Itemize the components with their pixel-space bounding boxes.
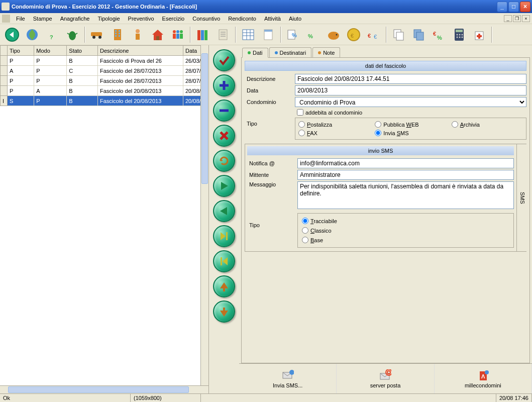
building-icon[interactable] [109, 26, 127, 44]
medical-icon[interactable] [470, 26, 488, 44]
first-button[interactable] [213, 250, 235, 272]
table-row[interactable]: PPBFascicolo del 28/07/201328/07/ [1, 76, 208, 86]
smstipo-tracciabile-radio[interactable] [302, 218, 308, 224]
svg-point-69 [387, 371, 390, 374]
addebita-checkbox[interactable] [297, 109, 303, 116]
smstipo-classico-radio[interactable] [302, 227, 308, 234]
svg-rect-49 [396, 32, 403, 40]
col-tipo[interactable]: Tipo [8, 46, 34, 56]
server-posta-button[interactable]: server posta [337, 364, 434, 393]
svg-text:%: % [437, 35, 442, 41]
svg-text:%: % [292, 32, 297, 38]
calculator-icon[interactable] [450, 26, 468, 44]
tipo-inviasms-radio[interactable] [375, 130, 381, 136]
prev-button[interactable] [213, 200, 235, 222]
menu-preventivo[interactable]: Preventivo [124, 15, 158, 23]
notepad-icon[interactable] [259, 26, 277, 44]
car-icon[interactable] [88, 26, 107, 44]
condominio-select[interactable]: Condominio di Prova [295, 97, 526, 107]
menu-rendiconto[interactable]: Rendiconto [224, 15, 260, 23]
euro-percent-icon[interactable]: €% [430, 26, 448, 44]
menu-file[interactable]: File [12, 15, 29, 23]
svg-rect-10 [115, 30, 117, 32]
fascicoli-grid[interactable]: Tipo Modo Stato Descrizione Data PPBFasc… [0, 45, 208, 106]
tab-dati[interactable]: Dati [242, 48, 268, 58]
descrizione-input[interactable] [295, 74, 526, 84]
messaggio-textarea[interactable] [297, 181, 514, 209]
svg-text:€: € [368, 33, 371, 39]
last-button[interactable] [213, 225, 235, 247]
grid-vscroll[interactable] [200, 45, 208, 385]
people-icon[interactable] [169, 26, 187, 44]
col-modo[interactable]: Modo [34, 46, 67, 56]
table-row[interactable]: APCFascicolo del 28/07/201328/07/ [1, 66, 208, 76]
grid-hscroll[interactable] [0, 385, 208, 393]
next-button[interactable] [213, 175, 235, 197]
col-stato[interactable]: Stato [67, 46, 98, 56]
tab-note[interactable]: Note [312, 47, 340, 57]
document-icon[interactable] [214, 26, 232, 44]
menubar: File Stampe Anagrafiche Tipologie Preven… [0, 13, 532, 24]
add-button[interactable] [213, 74, 235, 96]
svg-rect-14 [115, 35, 117, 37]
world-icon[interactable] [23, 26, 41, 44]
remove-button[interactable] [213, 99, 235, 122]
copy-icon[interactable] [390, 26, 408, 44]
menu-tipologie[interactable]: Tipologie [93, 15, 124, 23]
down-button[interactable] [213, 300, 235, 323]
tipo-postalizza-radio[interactable] [298, 121, 305, 128]
binders-icon[interactable] [194, 26, 212, 44]
invia-sms-button[interactable]: Invia SMS... [239, 364, 337, 393]
smstipo-base-radio[interactable] [302, 237, 308, 243]
svg-text:€: € [433, 31, 436, 37]
copy-color-icon[interactable] [410, 26, 428, 44]
condominio-label: Condominio [245, 99, 295, 105]
help-icon[interactable]: ? [43, 26, 61, 44]
menu-attivita[interactable]: Attività [260, 15, 285, 23]
percent-doc-icon[interactable]: % [284, 26, 302, 44]
descrizione-label: Descrizione [245, 76, 295, 82]
tipo-fax-radio[interactable] [298, 130, 305, 136]
mdi-close-button[interactable]: × [522, 15, 530, 22]
notifica-input[interactable] [297, 158, 514, 168]
refresh-button[interactable] [213, 150, 235, 172]
mdi-restore-button[interactable]: ❐ [513, 15, 521, 22]
data-input[interactable] [295, 85, 526, 95]
house-icon[interactable] [149, 26, 167, 44]
euro-coin-icon[interactable]: € [345, 26, 363, 44]
person-icon[interactable] [129, 26, 147, 44]
back-button[interactable] [3, 26, 21, 44]
menu-aiuto[interactable]: Aiuto [285, 15, 305, 23]
vscroll-thumb[interactable] [201, 53, 208, 184]
svg-rect-23 [176, 34, 179, 39]
hscroll-thumb[interactable] [8, 386, 189, 393]
svg-rect-26 [201, 30, 204, 40]
bug-icon[interactable] [63, 26, 81, 44]
table-icon[interactable] [239, 26, 257, 44]
svg-rect-24 [180, 34, 183, 39]
millecondomini-button[interactable]: Λ millecondomini [435, 364, 532, 393]
confirm-button[interactable] [213, 49, 235, 71]
up-button[interactable] [213, 275, 235, 297]
window-titlebar: Condominio di Prova - Esercizio 2012 - G… [0, 0, 532, 13]
percent-icon[interactable]: % [304, 26, 323, 44]
mittente-input[interactable] [297, 170, 514, 180]
close-button[interactable]: × [520, 2, 530, 12]
minimize-button[interactable]: _ [497, 2, 507, 12]
tipo-pubblicaweb-radio[interactable] [375, 121, 381, 128]
mdi-minimize-button[interactable]: _ [504, 15, 512, 22]
menu-consuntivo[interactable]: Consuntivo [188, 15, 224, 23]
tipo-archivia-radio[interactable] [452, 121, 458, 128]
menu-esercizio[interactable]: Esercizio [158, 15, 189, 23]
menu-anagrafiche[interactable]: Anagrafiche [56, 15, 94, 23]
maximize-button[interactable]: □ [508, 2, 519, 12]
col-descrizione[interactable]: Descrizione [98, 46, 183, 56]
table-row[interactable]: PPBFascicolo di Prova del 2626/03/ [1, 56, 208, 66]
tab-destinatari[interactable]: Destinatari [269, 47, 312, 57]
delete-button[interactable] [213, 125, 235, 147]
table-row[interactable]: PABFascicolo del 20/08/201320/08/ [1, 86, 208, 96]
euro-text-icon[interactable]: €€ [365, 26, 383, 44]
table-row[interactable]: ISPBFascicolo del 20/08/201320/08/ [1, 96, 208, 106]
piggybank-icon[interactable] [325, 26, 343, 44]
menu-stampe[interactable]: Stampe [29, 15, 56, 23]
